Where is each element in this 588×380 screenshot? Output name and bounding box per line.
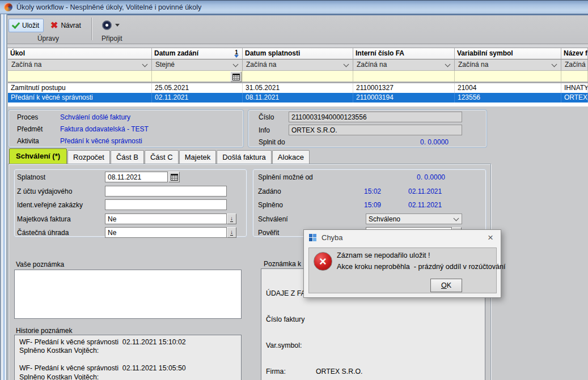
filter-dropdown-symbol[interactable]: Začíná na: [455, 59, 561, 71]
column-header-nazev[interactable]: Název f: [561, 48, 588, 59]
column-header-symbol[interactable]: Variabilní symbol: [455, 48, 561, 59]
tab-schvaleni[interactable]: Schválení (*): [9, 148, 67, 164]
splatnost-calendar-button[interactable]: [168, 172, 180, 182]
filter-row: Začíná na Stejné Začíná na Začíná na Zač…: [8, 59, 588, 71]
error-dialog-title: Chyba: [322, 233, 485, 242]
your-note-textarea[interactable]: [14, 270, 242, 319]
toolbar-bottom-strip: [0, 44, 588, 48]
toolbar-group-edit-label: Úpravy: [9, 33, 88, 42]
search-input-zadani[interactable]: [152, 71, 243, 82]
splneno-date: 02.11.2021: [408, 201, 442, 209]
splnit-do-label: Splnit do: [259, 138, 285, 146]
chevron-down-icon: [454, 215, 459, 221]
table-row-selected[interactable]: Předání k věcné správnosti 02.11.2021 08…: [8, 93, 588, 103]
splneno-label: Splněno: [258, 201, 283, 209]
info-field: ORTEX S.R.O.: [289, 125, 462, 135]
grid-empty-area: [8, 103, 588, 106]
search-input-cislo[interactable]: [353, 71, 455, 82]
tab-dosla-faktura[interactable]: Došlá faktura: [217, 150, 272, 164]
tab-cast-c[interactable]: Část C: [145, 150, 179, 164]
castecna-dropdown-button[interactable]: ↓: [227, 227, 236, 238]
splatnost-input[interactable]: [105, 172, 168, 182]
error-dialog: Chyba × × Záznam se nepodařilo uložit ! …: [303, 229, 501, 298]
filter-dropdown-cislo[interactable]: Začíná na: [353, 59, 455, 71]
filter-dropdown-nazev[interactable]: Začíná: [561, 59, 588, 71]
window-title: Úkoly workflow - Nesplněné úkoly, Volite…: [16, 3, 201, 11]
predmet-value: Faktura dodavatelská - TEST: [60, 125, 149, 133]
chevron-down-icon: [344, 61, 349, 67]
calendar-icon: [171, 174, 178, 181]
sort-down-icon: [234, 55, 239, 58]
zadano-date: 02.11.2021: [408, 187, 442, 195]
column-header-cislo[interactable]: Interní číslo FA: [353, 48, 455, 59]
task-note-label: Poznámka k: [264, 260, 301, 268]
error-message-line1: Záznam se nepodařilo uložit !: [337, 251, 430, 259]
filter-dropdown-splatnost[interactable]: Začíná na: [243, 59, 353, 71]
cislo-label: Číslo: [259, 113, 274, 121]
toolbar-separator: [91, 18, 92, 40]
return-button[interactable]: ✖ Návrat: [46, 19, 86, 32]
chevron-down-icon: [115, 24, 120, 27]
predmet-label: Předmět: [17, 125, 43, 133]
toolbar-group-edit: Uložit ✖ Návrat Úpravy: [9, 14, 88, 44]
reference-panel: Číslo 21100031940000123556 Info ORTEX S.…: [248, 109, 487, 148]
majetkova-dropdown-button[interactable]: ↓: [227, 214, 236, 224]
chevron-down-icon: [233, 61, 239, 67]
poverit-label: Pověřit: [258, 229, 279, 237]
detail-tabs: Schválení (*) Rozpočet Část B Část C Maj…: [9, 149, 310, 164]
tab-rozpocet[interactable]: Rozpočet: [67, 150, 110, 164]
search-input-ukol[interactable]: [8, 71, 152, 82]
chevron-down-icon: [552, 61, 557, 67]
left-splitter[interactable]: [0, 14, 7, 380]
z-uctu-input[interactable]: [105, 186, 227, 197]
proces-label: Proces: [17, 113, 38, 121]
ident-zakazky-input[interactable]: [105, 199, 227, 210]
ident-zakazky-label: Ident.veřejné zakázky: [17, 201, 83, 209]
check-icon: [12, 20, 20, 28]
splneno-time: 15:09: [364, 201, 381, 209]
search-input-splatnost[interactable]: [243, 71, 353, 82]
process-info-panel: Proces Schválení došlé faktury Předmět F…: [8, 109, 244, 148]
table-row[interactable]: Zamítnutí postupu 25.05.2021 31.05.2021 …: [8, 83, 588, 93]
attach-button[interactable]: [98, 18, 124, 32]
aktivita-value: Předání k věcné správnosti: [60, 137, 142, 145]
cross-icon: ✖: [50, 22, 58, 29]
chevron-down-icon: [445, 61, 451, 67]
drop-list-icon: ↓: [230, 229, 233, 236]
table-header-row: Úkol Datum zadání 1 Datum splatnosti Int…: [8, 48, 588, 59]
search-input-nazev[interactable]: [561, 71, 588, 82]
error-dialog-titlebar[interactable]: Chyba ×: [304, 230, 501, 245]
ukoly-workflow-window: Úkoly workflow - Nesplněné úkoly, Volite…: [0, 0, 588, 380]
castecna-label: Částečná úhrada: [17, 229, 69, 237]
ok-button[interactable]: OK: [430, 279, 462, 292]
column-header-zadani[interactable]: Datum zadání 1: [152, 48, 243, 59]
app-icon: [4, 3, 12, 11]
aktivita-label: Aktivita: [17, 137, 39, 145]
filter-dropdown-ukol[interactable]: Začíná na: [8, 59, 152, 71]
toolbar-group-attach-label: Připojit: [98, 33, 126, 42]
toolbar: Uložit ✖ Návrat Úpravy Připojit: [0, 14, 588, 44]
schvaleni-label: Schválení: [258, 215, 288, 223]
calendar-icon: [232, 74, 240, 80]
chevron-down-icon: [142, 61, 148, 67]
schvaleni-select[interactable]: Schváleno: [366, 214, 462, 224]
castecna-input[interactable]: [105, 227, 227, 238]
column-header-splatnost[interactable]: Datum splatnosti: [243, 48, 353, 59]
save-button[interactable]: Uložit: [9, 19, 44, 32]
tab-cast-b[interactable]: Část B: [111, 150, 144, 164]
column-header-ukol[interactable]: Úkol: [8, 48, 152, 59]
window-titlebar: Úkoly workflow - Nesplněné úkoly, Volite…: [0, 1, 588, 14]
close-icon[interactable]: ×: [485, 233, 496, 242]
search-row: [8, 71, 588, 82]
filter-dropdown-zadani[interactable]: Stejné: [152, 59, 243, 71]
z-uctu-label: Z účtu výdajového: [17, 187, 72, 195]
search-input-symbol[interactable]: [455, 71, 561, 82]
cislo-field: 21100031940000123556: [289, 112, 462, 122]
tasks-table: Úkol Datum zadání 1 Datum splatnosti Int…: [8, 48, 588, 106]
calendar-button[interactable]: [230, 71, 242, 82]
tab-alokace[interactable]: Alokace: [272, 150, 310, 164]
splneni-mozne-label: Splnění možné od: [258, 173, 313, 181]
majetkova-input[interactable]: [105, 214, 227, 224]
tab-majetek[interactable]: Majetek: [179, 150, 217, 164]
sort-indicator: 1: [234, 50, 239, 58]
